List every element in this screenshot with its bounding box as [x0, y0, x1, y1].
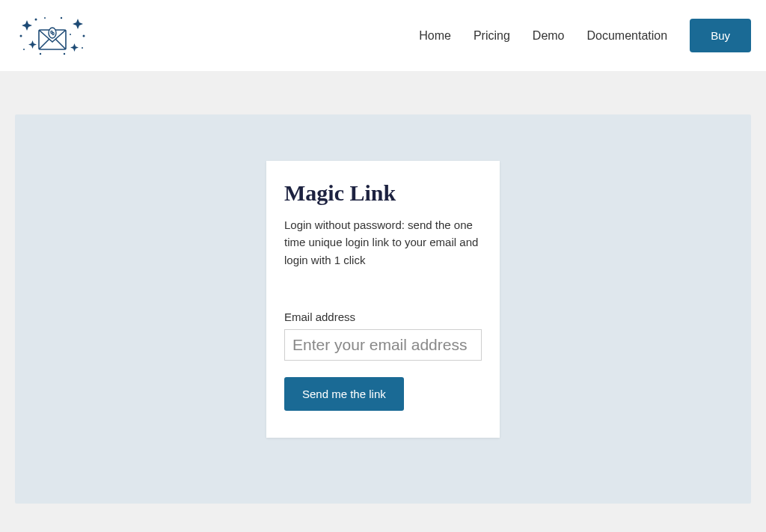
page-content: Magic Link Login without password: send …	[0, 71, 766, 504]
card-description: Login without password: send the one tim…	[284, 216, 482, 269]
nav-link-demo[interactable]: Demo	[533, 29, 565, 43]
svg-point-9	[83, 34, 85, 37]
svg-point-4	[20, 34, 22, 37]
svg-point-12	[23, 49, 25, 50]
email-label: Email address	[284, 311, 482, 323]
svg-point-11	[64, 52, 65, 54]
site-header: Home Pricing Demo Documentation Buy	[0, 0, 766, 71]
buy-button[interactable]: Buy	[690, 19, 751, 52]
svg-point-13	[82, 47, 83, 49]
logo[interactable]	[15, 13, 90, 58]
svg-point-6	[44, 17, 46, 19]
demo-panel: Magic Link Login without password: send …	[15, 114, 751, 504]
nav-link-home[interactable]: Home	[419, 29, 451, 43]
main-nav: Home Pricing Demo Documentation Buy	[419, 19, 751, 52]
magic-link-card: Magic Link Login without password: send …	[266, 161, 500, 438]
nav-link-documentation[interactable]: Documentation	[587, 29, 668, 43]
svg-point-7	[61, 16, 62, 18]
svg-point-5	[35, 18, 37, 20]
send-link-button[interactable]: Send me the link	[284, 377, 404, 411]
magic-envelope-icon	[15, 13, 90, 58]
svg-point-8	[70, 34, 71, 35]
nav-link-pricing[interactable]: Pricing	[474, 29, 510, 43]
email-input[interactable]	[284, 329, 482, 361]
card-title: Magic Link	[284, 180, 482, 206]
svg-point-10	[40, 52, 41, 54]
